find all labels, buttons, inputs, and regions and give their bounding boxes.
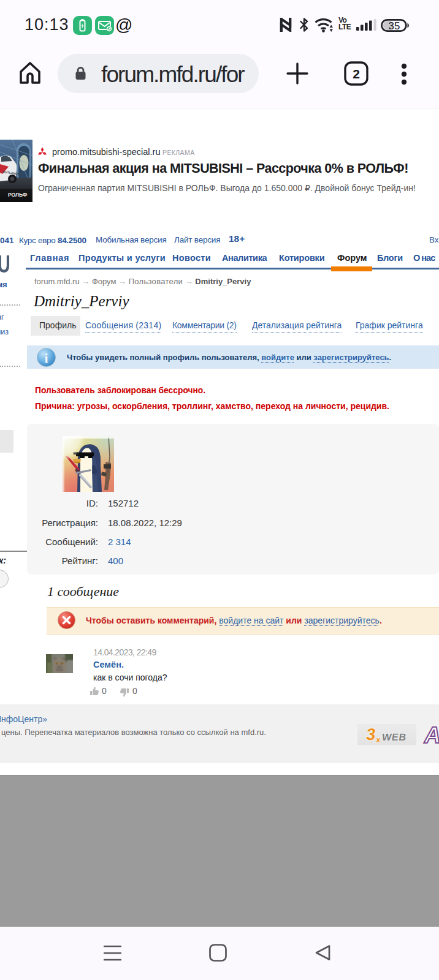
svg-text:3: 3 [365,725,377,744]
svg-text:i: i [45,352,48,365]
svg-text:WEB: WEB [381,731,408,743]
svg-text:РОЛЬФ: РОЛЬФ [8,192,27,198]
svg-text:2: 2 [353,67,360,81]
svg-text:35: 35 [389,20,400,32]
